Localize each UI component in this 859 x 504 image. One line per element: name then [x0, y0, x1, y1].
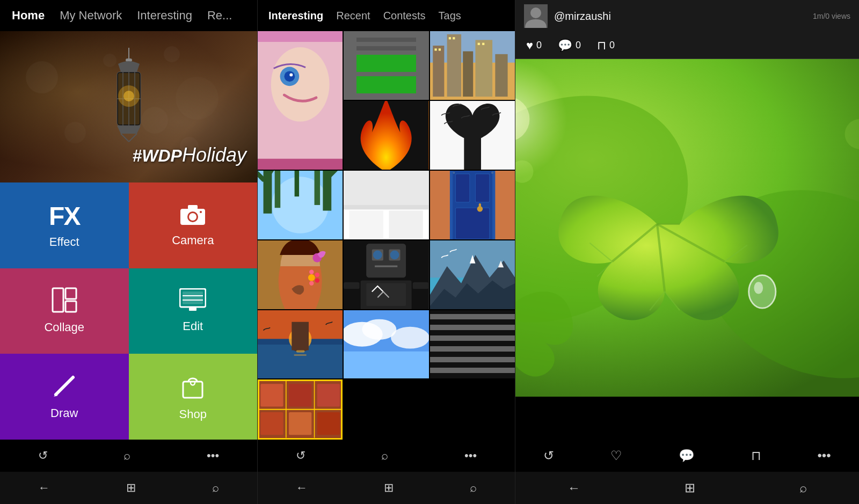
photo-cell[interactable]: [258, 240, 343, 309]
photo-cell[interactable]: [344, 310, 428, 379]
refresh-icon-2[interactable]: ↺: [296, 449, 305, 463]
tile-camera[interactable]: Camera: [129, 182, 258, 268]
svg-rect-112: [289, 413, 311, 435]
svg-rect-58: [350, 210, 383, 239]
black-bar: [515, 397, 859, 440]
photo-cell[interactable]: [258, 379, 343, 440]
tile-draw[interactable]: Draw: [0, 354, 129, 440]
photo-cell[interactable]: [344, 101, 428, 170]
nav-interesting[interactable]: Interesting: [129, 9, 200, 23]
hero-banner: #WDPHoliday: [0, 31, 257, 182]
home-icon-2[interactable]: ⊞: [384, 481, 394, 495]
search2-icon-1[interactable]: ⌕: [212, 481, 219, 495]
svg-point-86: [390, 250, 399, 259]
refresh-icon-3[interactable]: ↺: [543, 448, 554, 463]
repost-icon[interactable]: ⊓: [751, 448, 761, 463]
more-icon-3[interactable]: •••: [817, 448, 831, 463]
bottom-bar-top-2: ↺ ⌕ •••: [258, 440, 515, 472]
photo-cell[interactable]: [344, 31, 428, 100]
profile-bar: @mirzaushi 1m/0 views: [515, 0, 859, 32]
svg-rect-109: [289, 384, 311, 407]
back-icon-1[interactable]: ←: [38, 481, 50, 495]
svg-rect-51: [264, 171, 272, 214]
back-icon-2[interactable]: ←: [296, 481, 308, 495]
more-icon-1[interactable]: •••: [207, 449, 219, 463]
shares-stat: ⊓ 0: [597, 39, 615, 53]
svg-rect-103: [344, 351, 428, 378]
photo-cell[interactable]: [344, 240, 428, 309]
svg-rect-33: [258, 159, 343, 170]
svg-rect-110: [317, 384, 340, 407]
avatar: [524, 4, 548, 28]
more-icon-2[interactable]: •••: [464, 449, 477, 463]
svg-rect-65: [475, 174, 489, 202]
svg-point-79: [315, 278, 319, 282]
nav-bar-home: Home My Network Interesting Re...: [0, 0, 257, 31]
home-icon-3[interactable]: ⊞: [685, 480, 695, 495]
nav-contests[interactable]: Contests: [377, 10, 432, 22]
like-icon[interactable]: ♡: [610, 448, 622, 463]
camera-icon: [179, 203, 206, 229]
svg-rect-36: [433, 46, 444, 97]
search-icon-2[interactable]: ⌕: [381, 449, 388, 463]
svg-point-31: [289, 73, 293, 76]
home-icon-1[interactable]: ⊞: [126, 481, 136, 495]
svg-point-80: [309, 281, 314, 285]
photo-grid: [258, 31, 515, 440]
svg-rect-64: [455, 174, 469, 202]
nav-interesting-active[interactable]: Interesting: [262, 10, 330, 22]
tile-effect[interactable]: FX Effect: [0, 182, 129, 268]
photo-cell[interactable]: [258, 171, 343, 239]
comments-stat: 💬 0: [558, 39, 581, 53]
svg-rect-90: [413, 282, 429, 289]
tile-shop[interactable]: Shop: [129, 354, 258, 440]
comment-icon-btn[interactable]: 💬: [679, 448, 695, 463]
svg-rect-45: [477, 43, 479, 45]
search-icon-3[interactable]: ⌕: [799, 480, 807, 495]
nav-home[interactable]: Home: [4, 9, 52, 23]
photo-cell[interactable]: [430, 171, 515, 239]
tile-collage[interactable]: Collage: [0, 268, 129, 354]
svg-point-118: [530, 8, 541, 18]
photo-cell[interactable]: [258, 310, 343, 379]
svg-point-9: [123, 91, 134, 101]
svg-rect-15: [188, 205, 198, 209]
photo-cell[interactable]: [430, 31, 515, 100]
svg-rect-41: [434, 48, 436, 50]
comments-count: 0: [576, 40, 581, 51]
svg-rect-113: [317, 413, 340, 435]
svg-rect-24: [189, 308, 196, 311]
tiles-grid: FX Effect Camera: [0, 182, 257, 440]
photo-cell[interactable]: [344, 171, 428, 239]
svg-rect-100: [296, 350, 305, 352]
tile-draw-label: Draw: [50, 406, 78, 420]
svg-rect-19: [65, 301, 76, 312]
back-icon-3[interactable]: ←: [567, 480, 580, 495]
panel-interesting: Interesting Recent Contests Tags: [258, 0, 515, 504]
search-icon-1[interactable]: ⌕: [123, 449, 130, 463]
main-photo[interactable]: [515, 59, 859, 397]
refresh-icon-1[interactable]: ↺: [38, 449, 48, 463]
svg-rect-111: [260, 413, 283, 435]
photo-cell[interactable]: [430, 240, 515, 309]
tile-effect-label: Effect: [49, 235, 79, 249]
nav-mynetwork[interactable]: My Network: [52, 9, 129, 23]
svg-rect-39: [475, 40, 492, 97]
draw-icon: [52, 373, 77, 402]
svg-point-78: [315, 272, 319, 276]
comment-icon: 💬: [558, 39, 572, 53]
svg-rect-40: [495, 54, 507, 97]
photo-cell[interactable]: [258, 31, 343, 170]
svg-rect-44: [453, 37, 455, 39]
tile-edit[interactable]: Edit: [129, 268, 258, 354]
photo-cell[interactable]: [430, 101, 515, 170]
nav-recent[interactable]: Recent: [330, 10, 376, 22]
svg-rect-37: [447, 34, 461, 97]
search2-icon-2[interactable]: ⌕: [470, 481, 477, 495]
nav-recent[interactable]: Re...: [200, 9, 239, 23]
svg-line-25: [56, 377, 73, 395]
nav-tags[interactable]: Tags: [432, 10, 468, 22]
bottom-actions-top: ↺ ♡ 💬 ⊓ •••: [515, 440, 859, 472]
svg-rect-43: [448, 37, 450, 39]
photo-cell[interactable]: [430, 310, 515, 379]
